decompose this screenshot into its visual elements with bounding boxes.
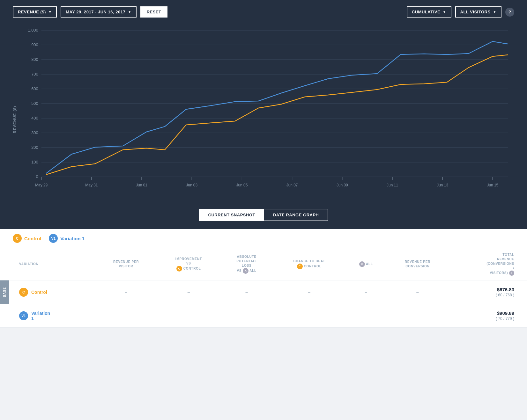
legend-row: C Control V1 Variation 1 bbox=[0, 229, 527, 248]
td-variation-v1: V1 Variation1 bbox=[0, 304, 95, 328]
help-button[interactable]: ? bbox=[505, 8, 514, 17]
metric-dropdown[interactable]: REVENUE ($) ▼ bbox=[13, 6, 57, 18]
td-total-revenue-v1: $909.89 ( 70 / 779 ) bbox=[449, 304, 527, 328]
svg-text:Jun 15: Jun 15 bbox=[487, 183, 498, 187]
td-rpc-v1: – bbox=[387, 304, 449, 328]
td-improvement-v1: – bbox=[157, 304, 220, 328]
col-header-revenue-per-conversion: REVENUE PERCONVERSION bbox=[387, 248, 449, 280]
svg-text:400: 400 bbox=[31, 116, 38, 120]
cumulative-chevron-icon: ▼ bbox=[443, 10, 446, 14]
toolbar: REVENUE ($) ▼ MAY 29, 2017 - JUN 16, 201… bbox=[13, 6, 514, 18]
total-revenue-value-control: $676.83 bbox=[454, 287, 514, 292]
legend-item-variation1: V1 Variation 1 bbox=[49, 234, 85, 243]
base-label: BASE bbox=[0, 280, 9, 304]
col-header-variation: VARIATION bbox=[0, 248, 95, 280]
td-chance-control-v1: – bbox=[273, 304, 345, 328]
date-range-dropdown[interactable]: MAY 29, 2017 - JUN 16, 2017 ▼ bbox=[61, 6, 136, 18]
chance-all-badge: ✕ bbox=[359, 261, 365, 267]
svg-text:Jun 09: Jun 09 bbox=[337, 183, 348, 187]
legend-badge-control: C bbox=[13, 234, 22, 243]
svg-text:Jun 13: Jun 13 bbox=[437, 183, 448, 187]
td-chance-control-control: – bbox=[273, 280, 345, 304]
td-chance-all-control: – bbox=[345, 280, 387, 304]
svg-text:500: 500 bbox=[31, 101, 38, 106]
svg-text:900: 900 bbox=[31, 42, 38, 47]
table-body: BASE C Control – – – – – – $676.83 bbox=[0, 280, 527, 328]
base-text: BASE bbox=[3, 287, 6, 297]
chart-area: REVENUE ($) bbox=[13, 24, 514, 202]
legend-item-control: C Control bbox=[13, 234, 41, 243]
col-header-absolute: ABSOLUTEPOTENTIALLOSSVS ✕ ALL bbox=[220, 248, 273, 280]
tab-current-snapshot[interactable]: CURRENT SNAPSHOT bbox=[199, 209, 264, 221]
main-container: REVENUE ($) ▼ MAY 29, 2017 - JUN 16, 201… bbox=[0, 0, 527, 328]
metric-label: REVENUE ($) bbox=[18, 10, 46, 14]
col-header-chance-all: ✕ ALL bbox=[345, 248, 387, 280]
td-chance-all-v1: – bbox=[345, 304, 387, 328]
svg-text:Jun 01: Jun 01 bbox=[136, 183, 147, 187]
variation-cell-v1: V1 Variation1 bbox=[19, 311, 90, 321]
visitors-chevron-icon: ▼ bbox=[493, 10, 496, 14]
cumulative-dropdown[interactable]: CUMULATIVE ▼ bbox=[407, 6, 451, 18]
svg-text:300: 300 bbox=[31, 130, 38, 135]
toolbar-right: CUMULATIVE ▼ ALL VISITORS ▼ ? bbox=[407, 6, 514, 18]
chart-inner: 1,000 900 800 700 600 500 400 300 200 10… bbox=[22, 24, 514, 202]
svg-text:0: 0 bbox=[36, 174, 38, 179]
svg-text:Jun 07: Jun 07 bbox=[286, 183, 298, 187]
svg-text:May 29: May 29 bbox=[35, 183, 48, 187]
legend-label-variation1: Variation 1 bbox=[60, 236, 85, 241]
td-absolute-control: – bbox=[220, 280, 273, 304]
td-total-revenue-control: $676.83 ( 60 / 768 ) bbox=[449, 280, 527, 304]
total-revenue-help-icon[interactable]: ? bbox=[509, 271, 514, 276]
td-rpv-control: – bbox=[95, 280, 157, 304]
date-range-label: MAY 29, 2017 - JUN 16, 2017 bbox=[66, 10, 125, 14]
col-header-improvement: IMPROVEMENTVS C CONTROL bbox=[157, 248, 220, 280]
td-variation-control: BASE C Control bbox=[0, 280, 95, 304]
chart-section: REVENUE ($) ▼ MAY 29, 2017 - JUN 16, 201… bbox=[0, 0, 527, 202]
col-header-revenue-per-visitor: REVENUE PERVISITOR bbox=[95, 248, 157, 280]
col-header-chance-control: CHANCE TO BEAT C CONTROL bbox=[273, 248, 345, 280]
control-badge-header: C bbox=[176, 266, 182, 272]
svg-text:1,000: 1,000 bbox=[28, 28, 38, 33]
chart-tabs-container: CURRENT SNAPSHOT DATE RANGE GRAPH bbox=[0, 202, 527, 229]
legend-label-control: Control bbox=[24, 236, 41, 241]
td-improvement-control: – bbox=[157, 280, 220, 304]
table-header: VARIATION REVENUE PERVISITOR IMPROVEMENT… bbox=[0, 248, 527, 280]
total-revenue-sub-control: ( 60 / 768 ) bbox=[496, 293, 514, 297]
svg-text:May 31: May 31 bbox=[85, 183, 98, 187]
chart-svg: 1,000 900 800 700 600 500 400 300 200 10… bbox=[22, 24, 514, 190]
visitors-dropdown[interactable]: ALL VISITORS ▼ bbox=[455, 6, 502, 18]
table-row-control: BASE C Control – – – – – – $676.83 bbox=[0, 280, 527, 304]
total-revenue-value-v1: $909.89 bbox=[454, 310, 514, 316]
data-section: C Control V1 Variation 1 VARIATION REVEN… bbox=[0, 229, 527, 328]
data-table: VARIATION REVENUE PERVISITOR IMPROVEMENT… bbox=[0, 248, 527, 328]
variation-name-v1: Variation1 bbox=[31, 311, 50, 321]
legend-badge-variation1: V1 bbox=[49, 234, 58, 243]
variation-cell-control: C Control bbox=[19, 288, 90, 297]
chart-tabs: CURRENT SNAPSHOT DATE RANGE GRAPH bbox=[199, 209, 329, 221]
help-icon: ? bbox=[508, 10, 511, 14]
variation-badge-control: C bbox=[19, 288, 28, 297]
tab-date-range-graph[interactable]: DATE RANGE GRAPH bbox=[264, 209, 328, 221]
visitors-label: ALL VISITORS bbox=[460, 10, 491, 14]
td-rpc-control: – bbox=[387, 280, 449, 304]
cumulative-label: CUMULATIVE bbox=[412, 10, 440, 14]
svg-text:Jun 05: Jun 05 bbox=[236, 183, 248, 187]
all-badge-header: ✕ bbox=[243, 268, 249, 274]
variation-name-control: Control bbox=[31, 290, 47, 295]
svg-text:700: 700 bbox=[31, 72, 38, 76]
toolbar-left: REVENUE ($) ▼ MAY 29, 2017 - JUN 16, 201… bbox=[13, 6, 167, 18]
svg-text:Jun 03: Jun 03 bbox=[186, 183, 197, 187]
y-axis-label: REVENUE ($) bbox=[13, 24, 22, 202]
date-range-chevron-icon: ▼ bbox=[128, 10, 131, 14]
td-absolute-v1: – bbox=[220, 304, 273, 328]
svg-text:100: 100 bbox=[31, 160, 38, 164]
total-revenue-sub-v1: ( 70 / 779 ) bbox=[496, 316, 514, 321]
chance-control-badge: C bbox=[297, 264, 303, 269]
svg-text:800: 800 bbox=[31, 57, 38, 62]
reset-button[interactable]: RESET bbox=[140, 6, 168, 18]
orange-line bbox=[46, 55, 508, 175]
table-header-row: VARIATION REVENUE PERVISITOR IMPROVEMENT… bbox=[0, 248, 527, 280]
metric-chevron-icon: ▼ bbox=[48, 10, 52, 14]
col-header-total-revenue: TOTALREVENUE(CONVERSIONS/VISITORS) ? bbox=[449, 248, 527, 280]
td-rpv-v1: – bbox=[95, 304, 157, 328]
